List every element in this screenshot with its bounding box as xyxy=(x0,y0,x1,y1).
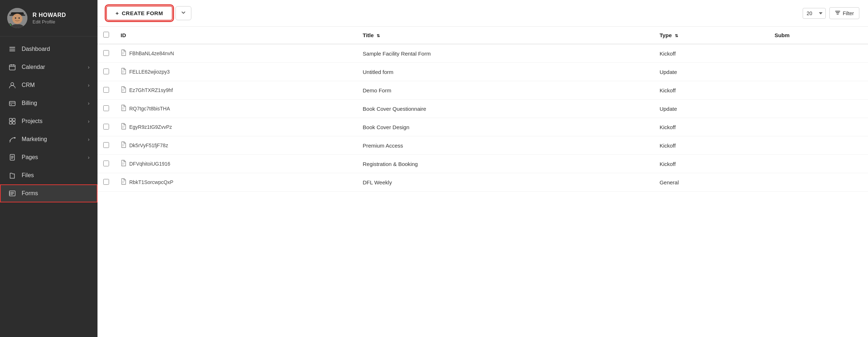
svg-rect-9 xyxy=(9,65,15,70)
table-row[interactable]: FELLE62wjiozpy3Untitled formUpdate xyxy=(97,63,868,81)
header-type[interactable]: Type ⇅ xyxy=(654,27,769,44)
row-id-cell: EgyR9z1tG9ZvvPz xyxy=(115,118,357,136)
sidebar-item-label-projects: Projects xyxy=(22,118,88,124)
table-row[interactable]: RQ7tgc7t8bisTHABook Cover QuestionnaireU… xyxy=(97,100,868,118)
sidebar-item-calendar[interactable]: Calendar › xyxy=(0,58,97,76)
svg-rect-14 xyxy=(9,102,15,104)
doc-icon xyxy=(121,178,126,186)
forms-icon xyxy=(8,189,17,198)
row-submissions-cell xyxy=(769,100,868,118)
row-submissions-cell xyxy=(769,136,868,155)
row-submissions-cell xyxy=(769,155,868,173)
row-checkbox[interactable] xyxy=(103,50,109,56)
svg-point-3 xyxy=(12,14,22,24)
row-id: FBhBaNL4ze84nvN xyxy=(121,49,351,57)
row-checkbox[interactable] xyxy=(103,69,109,74)
row-checkbox-cell xyxy=(97,155,115,173)
create-form-dropdown-button[interactable] xyxy=(175,6,191,20)
svg-point-5 xyxy=(18,17,20,19)
billing-icon xyxy=(8,99,17,108)
sidebar-item-label-dashboard: Dashboard xyxy=(22,46,90,52)
chevron-right-icon: › xyxy=(88,64,90,70)
chevron-down-icon xyxy=(181,10,186,16)
row-checkbox-cell xyxy=(97,63,115,81)
sidebar-item-label-calendar: Calendar xyxy=(22,64,88,70)
doc-icon xyxy=(121,141,126,149)
sidebar-item-billing[interactable]: Billing › xyxy=(0,94,97,112)
svg-rect-10 xyxy=(11,64,12,66)
online-indicator xyxy=(8,23,12,27)
row-id: DFVqhitoiUG1916 xyxy=(121,160,351,168)
table-row[interactable]: RbkT1SorcwpcQxPDFL WeeklyGeneral xyxy=(97,173,868,192)
profile-edit-link[interactable]: Edit Profile xyxy=(32,19,66,25)
sidebar-item-files[interactable]: Files xyxy=(0,166,97,184)
chevron-right-icon: › xyxy=(88,100,90,106)
sidebar-nav: Dashboard Calendar › C xyxy=(0,36,97,337)
sidebar-item-forms[interactable]: Forms xyxy=(0,184,97,202)
profile-section: R HOWARD Edit Profile xyxy=(0,0,97,36)
chevron-right-icon: › xyxy=(88,118,90,124)
row-id-cell: DFVqhitoiUG1916 xyxy=(115,155,357,173)
row-checkbox[interactable] xyxy=(103,142,109,148)
sidebar-item-pages[interactable]: Pages › xyxy=(0,148,97,166)
main-content: + CREATE FORM 20 10 50 100 xyxy=(97,0,868,337)
doc-icon xyxy=(121,68,126,76)
toolbar: + CREATE FORM 20 10 50 100 xyxy=(97,0,868,27)
row-type-cell: Kickoff xyxy=(654,118,769,136)
plus-icon: + xyxy=(116,10,119,16)
row-checkbox-cell xyxy=(97,173,115,192)
files-icon xyxy=(8,171,17,180)
svg-rect-11 xyxy=(13,64,14,66)
row-type-cell: General xyxy=(654,173,769,192)
svg-rect-18 xyxy=(9,122,12,124)
row-checkbox[interactable] xyxy=(103,179,109,185)
create-form-label: CREATE FORM xyxy=(122,10,163,16)
toolbar-right: 20 10 50 100 Filter xyxy=(803,7,859,19)
sort-icon-type: ⇅ xyxy=(675,34,678,38)
row-title-cell: Sample Facility Rental Form xyxy=(357,44,654,63)
row-title-cell: Book Cover Questionnaire xyxy=(357,100,654,118)
sidebar-item-dashboard[interactable]: Dashboard xyxy=(0,40,97,58)
doc-icon xyxy=(121,160,126,168)
header-title[interactable]: Title ⇅ xyxy=(357,27,654,44)
header-submissions: Subm xyxy=(769,27,868,44)
svg-point-12 xyxy=(11,83,14,86)
table-row[interactable]: Ez7GhTXRZ1sy9hfDemo FormKickoff xyxy=(97,81,868,100)
row-checkbox[interactable] xyxy=(103,161,109,166)
person-icon xyxy=(8,81,17,89)
header-checkbox-col xyxy=(97,27,115,44)
chevron-right-icon: › xyxy=(88,154,90,160)
doc-icon xyxy=(121,105,126,113)
sidebar-item-projects[interactable]: Projects › xyxy=(0,112,97,130)
forms-table: ID Title ⇅ Type ⇅ Subm xyxy=(97,27,868,192)
table-row[interactable]: DFVqhitoiUG1916Registration & BookingKic… xyxy=(97,155,868,173)
row-title-cell: DFL Weekly xyxy=(357,173,654,192)
table-body: FBhBaNL4ze84nvNSample Facility Rental Fo… xyxy=(97,44,868,192)
row-checkbox[interactable] xyxy=(103,87,109,93)
row-type-cell: Update xyxy=(654,63,769,81)
page-size-select[interactable]: 20 10 50 100 xyxy=(803,8,826,19)
svg-rect-8 xyxy=(9,51,15,51)
row-title-cell: Untitled form xyxy=(357,63,654,81)
table-row[interactable]: FBhBaNL4ze84nvNSample Facility Rental Fo… xyxy=(97,44,868,63)
row-checkbox-cell xyxy=(97,100,115,118)
table-row[interactable]: Dk5rVyF51fjF78zPremium AccessKickoff xyxy=(97,136,868,155)
pages-icon xyxy=(8,153,17,162)
select-all-checkbox[interactable] xyxy=(103,32,109,38)
row-type-cell: Update xyxy=(654,100,769,118)
row-checkbox[interactable] xyxy=(103,105,109,111)
svg-rect-17 xyxy=(13,118,15,121)
row-checkbox-cell xyxy=(97,118,115,136)
create-form-button[interactable]: + CREATE FORM xyxy=(106,6,173,21)
sidebar-item-crm[interactable]: CRM › xyxy=(0,76,97,94)
filter-button[interactable]: Filter xyxy=(829,7,859,19)
menu-icon xyxy=(8,45,17,53)
row-type-cell: Kickoff xyxy=(654,81,769,100)
row-title-cell: Demo Form xyxy=(357,81,654,100)
table-row[interactable]: EgyR9z1tG9ZvvPzBook Cover DesignKickoff xyxy=(97,118,868,136)
row-checkbox[interactable] xyxy=(103,124,109,130)
profile-info: R HOWARD Edit Profile xyxy=(32,12,66,25)
sidebar-item-marketing[interactable]: Marketing › xyxy=(0,130,97,148)
avatar xyxy=(7,8,27,28)
row-submissions-cell xyxy=(769,81,868,100)
